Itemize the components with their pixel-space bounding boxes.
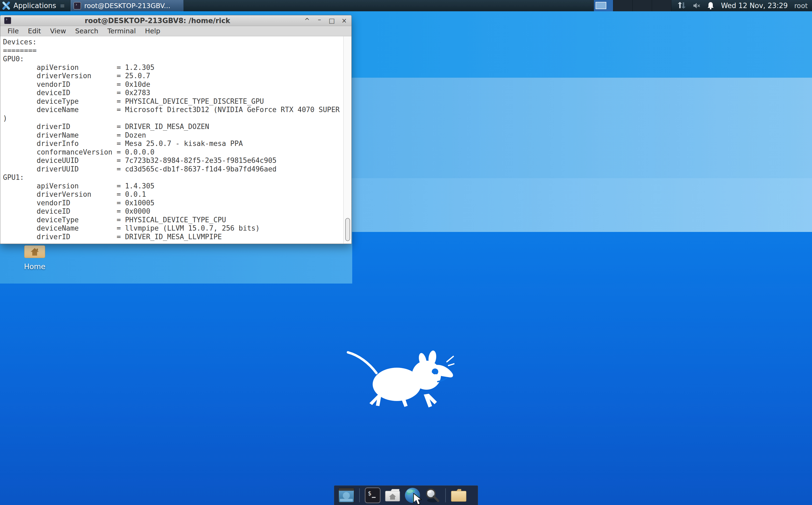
dock-desktop-icon[interactable]	[338, 487, 355, 504]
menu-view[interactable]: View	[46, 27, 70, 35]
terminal-scrollbar[interactable]	[344, 36, 352, 243]
panel-grip-icon[interactable]: ≡	[60, 2, 65, 9]
desktop-screen: Applications ≡ › root@DESKTOP-213GBV...	[0, 0, 812, 505]
mouse-front-foot	[424, 394, 437, 407]
panel-clock[interactable]: Wed 12 Nov, 23:29	[721, 2, 788, 10]
menu-help[interactable]: Help	[141, 27, 164, 35]
home-icon-label: Home	[24, 262, 46, 271]
maximize-button[interactable]: □	[328, 17, 335, 24]
window-title: root@DESKTOP-213GBV8: /home/rick	[14, 17, 301, 25]
dock-file-manager-icon[interactable]	[450, 487, 467, 504]
workspace-4[interactable]	[652, 0, 671, 11]
workspace-pager	[594, 0, 671, 11]
terminal-window: › root@DESKTOP-213GBV8: /home/rick ^ – □…	[0, 15, 352, 244]
terminal-menubar: File Edit View Search Terminal Help	[0, 26, 352, 36]
menu-edit[interactable]: Edit	[24, 27, 45, 35]
xubuntu-logo-icon	[2, 2, 10, 10]
terminal-scrollbar-thumb[interactable]	[345, 218, 350, 241]
dock-home-folder-icon[interactable]	[384, 487, 401, 504]
top-panel: Applications ≡ › root@DESKTOP-213GBV...	[0, 0, 812, 11]
workspace-2[interactable]	[613, 0, 633, 11]
menu-file[interactable]: File	[3, 27, 23, 35]
mouse-whisker	[447, 356, 453, 362]
svg-text:$: $	[368, 490, 371, 497]
window-terminal-icon: ›	[4, 17, 11, 24]
mouse-back-foot	[370, 394, 381, 406]
shade-button[interactable]: ^	[303, 17, 310, 24]
mouse-whisker	[448, 363, 454, 365]
mouse-tail	[348, 352, 376, 373]
terminal-output-text: Devices: ======== GPU0: apiVersion = 1.2…	[0, 36, 352, 241]
dock: $	[334, 485, 478, 505]
dock-separator	[445, 488, 446, 502]
menu-terminal[interactable]: Terminal	[103, 27, 140, 35]
menu-search[interactable]: Search	[71, 27, 103, 35]
volume-muted-icon[interactable]	[693, 2, 700, 9]
home-folder-icon	[24, 245, 45, 258]
applications-label: Applications	[13, 2, 56, 10]
minimize-button[interactable]: –	[316, 16, 323, 23]
taskbar-window-button[interactable]: › root@DESKTOP-213GBV...	[71, 0, 184, 11]
terminal-icon: ›	[74, 2, 81, 9]
terminal-output-area[interactable]: Devices: ======== GPU0: apiVersion = 1.2…	[0, 36, 352, 243]
network-icon[interactable]	[677, 2, 686, 9]
workspace-1[interactable]	[594, 0, 613, 11]
applications-menu-button[interactable]: Applications ≡	[0, 0, 67, 11]
mouse-cursor	[412, 493, 424, 505]
dock-app-finder-icon[interactable]	[424, 487, 441, 504]
terminal-titlebar[interactable]: › root@DESKTOP-213GBV8: /home/rick ^ – □…	[0, 15, 352, 26]
mouse-mid-foot	[402, 399, 408, 407]
panel-user-label[interactable]: root	[794, 2, 808, 10]
dock-terminal-icon[interactable]: $	[364, 487, 381, 504]
dock-separator	[359, 488, 360, 502]
xfce-mouse-logo	[344, 346, 454, 409]
taskbar-window-label: root@DESKTOP-213GBV...	[84, 2, 170, 10]
panel-status-area: Wed 12 Nov, 23:29 root	[671, 2, 812, 10]
desktop-home-icon[interactable]: Home	[24, 245, 46, 271]
close-button[interactable]: ×	[341, 17, 348, 24]
notification-bell-icon[interactable]	[707, 2, 714, 10]
workspace-3[interactable]	[633, 0, 652, 11]
workspace-window-thumb	[595, 2, 606, 9]
